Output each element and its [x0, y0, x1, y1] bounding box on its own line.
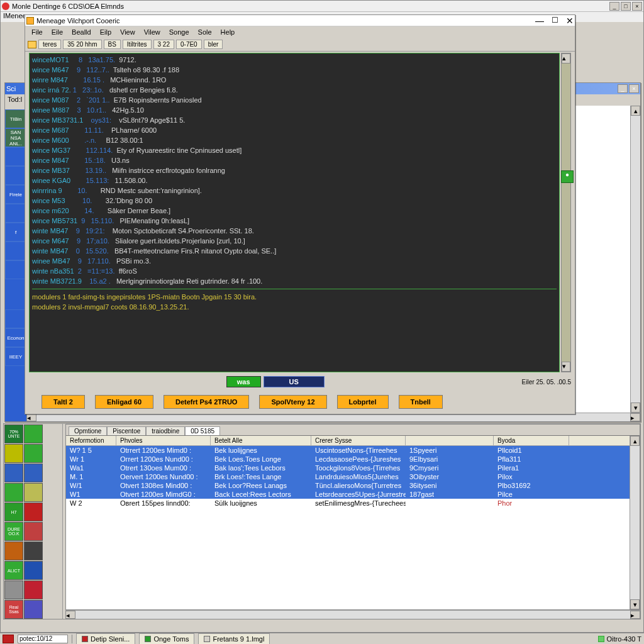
tab-0[interactable]: Opmtione — [69, 426, 107, 435]
tool-btn-2[interactable]: BS — [104, 40, 121, 49]
sidebar-btn-4[interactable]: Firele — [5, 185, 26, 204]
table-row[interactable]: Wr 1Oгrеrt 1200es Nund00 :Bek Loes.Toes … — [66, 455, 640, 464]
maximize-button[interactable]: □ — [621, 2, 631, 11]
status-green-button[interactable]: was — [226, 376, 261, 387]
term-line: wince M847 15.:18. U3.ns — [32, 155, 557, 165]
palette-15[interactable] — [24, 561, 43, 580]
action-button-5[interactable]: Tnbell — [399, 395, 443, 409]
sidebar-btn-1[interactable]: SAN NSA ANL.. — [5, 128, 26, 147]
palette-4[interactable] — [4, 464, 23, 482]
menu-bealld[interactable]: Bealld — [68, 28, 95, 36]
table-row[interactable]: M. 1Oervert 1200es Nund00 :Brk Loes!:Tee… — [66, 472, 640, 481]
palette-5[interactable] — [24, 464, 43, 482]
terminal-body[interactable]: winceMOT1 8 13a1.75. 9712.wince M647 9 1… — [29, 53, 560, 372]
palette-1[interactable] — [24, 425, 43, 443]
palette-7[interactable] — [24, 483, 43, 502]
grid-scroll-h[interactable]: ◂▸ — [65, 610, 640, 619]
start-icon[interactable] — [3, 635, 14, 643]
palette-0[interactable]: 70% UNTE — [4, 425, 23, 443]
menu-sole[interactable]: Sole — [194, 28, 216, 36]
term-maximize-button[interactable]: ☐ — [552, 16, 558, 26]
sidebar-btn-3[interactable] — [5, 166, 26, 185]
table-row[interactable]: W/1Otvert 1308es Mind00 :Bek Loor?Rees L… — [66, 481, 640, 490]
term-status-row: was US Eiler 25. 05. .00.5 — [29, 375, 571, 389]
col-5[interactable]: Byoda — [494, 436, 569, 445]
action-button-4[interactable]: Lobprtel — [337, 395, 389, 409]
term-titlebar[interactable]: Meneage Vilchport Cooeric — ☐ ✕ — [25, 15, 575, 26]
palette-2[interactable] — [4, 444, 23, 463]
menu-eilp[interactable]: Eilp — [96, 28, 115, 36]
menu-help[interactable]: Help — [217, 28, 239, 36]
tab-2[interactable]: traiodbine — [146, 426, 185, 435]
tool-btn-5[interactable]: 0-7E0 — [176, 40, 202, 49]
sidebar-btn-7[interactable] — [5, 242, 26, 260]
menu-view[interactable]: View — [116, 28, 139, 36]
term-minimize-button[interactable]: — — [535, 16, 544, 26]
sidebar-btn-0[interactable]: TIBin — [5, 109, 26, 128]
table-row[interactable]: Wa1Otrert 130oes Mum00 :Bak laos';Tees L… — [66, 464, 640, 472]
action-button-1[interactable]: Ehligad 60 — [95, 395, 153, 409]
table-row[interactable]: W1Otvert 1200es MimdG0 :Back Lecel:Rees … — [66, 490, 640, 499]
status-blue-button[interactable]: US — [264, 376, 325, 387]
sidebar-btn-5[interactable] — [5, 204, 26, 223]
bg-close-button[interactable]: × — [629, 84, 639, 93]
grid-scroll-v[interactable]: ▴▾ — [630, 436, 640, 609]
palette-10[interactable]: DURE OO.K — [4, 522, 23, 541]
tool-btn-1[interactable]: 35 20 hhm — [63, 40, 101, 49]
folder-icon[interactable] — [28, 41, 36, 48]
palette-8[interactable]: H7 — [4, 502, 23, 521]
close-button[interactable]: × — [632, 2, 642, 11]
grid-body[interactable]: W? 1 5Otrrert 1200es Mimd0 :Bek luolijgn… — [66, 446, 640, 508]
palette-9[interactable] — [24, 502, 43, 521]
tab-1[interactable]: Piscentoe — [107, 426, 146, 435]
sidebar-btn-6[interactable]: f — [5, 223, 26, 242]
sidebar2-btn-0[interactable] — [5, 309, 26, 328]
palette-12[interactable] — [4, 541, 23, 560]
tool-btn-3[interactable]: Itiltrites — [123, 40, 152, 49]
palette-13[interactable] — [24, 541, 43, 560]
palette-14[interactable]: ALICT — [4, 561, 23, 580]
palette-3[interactable] — [24, 444, 43, 463]
tab-3[interactable]: 0D 5185 — [185, 426, 220, 435]
action-button-2[interactable]: Detefrt Ps4 2TRUO — [164, 395, 249, 409]
col-2[interactable]: Betelt Alle — [211, 436, 311, 445]
menu-songe[interactable]: Songe — [165, 28, 193, 36]
term-line: wince MG37 112.114. Ety of Ryuareestirc … — [32, 145, 557, 155]
sidebar2-btn-1[interactable]: Econon — [5, 328, 26, 347]
minimize-button[interactable]: _ — [609, 2, 619, 11]
term-scroll-v[interactable]: ▴ ▾ — [561, 53, 571, 372]
palette-16[interactable] — [4, 580, 23, 599]
palette-6[interactable] — [4, 483, 23, 502]
task-btn-0[interactable]: Detip Sleni... — [76, 633, 135, 645]
col-3[interactable]: Crerer Sysse — [311, 436, 406, 445]
sidebar2-btn-2[interactable]: IIEEY — [5, 347, 26, 366]
palette-19[interactable] — [24, 600, 43, 619]
taskbar-input[interactable] — [18, 635, 68, 643]
table-row[interactable]: W 2Oвrert 155pes linnd00:Sülk luoijgness… — [66, 499, 640, 508]
action-button-0[interactable]: Taltl 2 — [42, 395, 85, 409]
col-4[interactable] — [406, 436, 494, 445]
term-close-button[interactable]: ✕ — [566, 16, 574, 26]
tray-icon[interactable] — [598, 636, 604, 642]
tool-btn-6[interactable]: bler — [204, 40, 223, 49]
term-line: winte MB3721.9 15.a2 . Merlgingrininotio… — [32, 276, 557, 286]
tool-btn-4[interactable]: 3 22 — [153, 40, 174, 49]
sidebar-btn-2[interactable] — [5, 147, 26, 166]
task-btn-2[interactable]: Fretants 9 1.lmgl — [198, 633, 270, 645]
action-button-3[interactable]: SpolVteny 12 — [259, 395, 326, 409]
palette-17[interactable] — [24, 580, 43, 599]
col-0[interactable]: Reformotion — [66, 436, 116, 445]
bg-minimize-button[interactable]: _ — [618, 84, 628, 93]
sidebar-btn-8[interactable] — [5, 260, 26, 279]
palette-11[interactable] — [24, 522, 43, 541]
table-row[interactable]: W? 1 5Otrrert 1200es Mimd0 :Bek luolijgn… — [66, 446, 640, 455]
menu-file[interactable]: File — [28, 28, 47, 36]
tool-btn-0[interactable]: teres — [38, 40, 61, 49]
menu-vilew[interactable]: Vilew — [140, 28, 164, 36]
menu-eile[interactable]: Eile — [48, 28, 67, 36]
col-1[interactable]: Phvoles — [116, 436, 211, 445]
side-green-button[interactable]: ● — [561, 170, 574, 183]
task-btn-1[interactable]: Onge Toms — [139, 633, 194, 645]
palette-18[interactable]: Real Ssas — [4, 600, 23, 619]
bg-scroll-v[interactable]: ▴▾ — [630, 106, 640, 413]
